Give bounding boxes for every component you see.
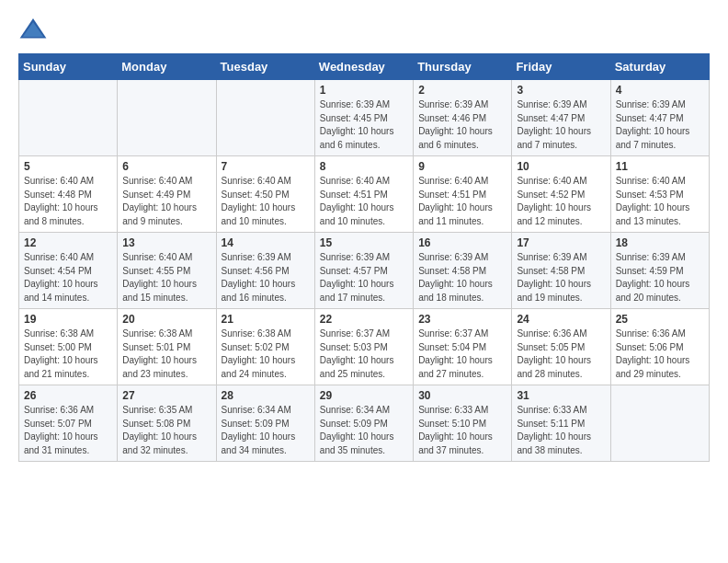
calendar-cell: 25Sunrise: 6:36 AMSunset: 5:06 PMDayligh… — [610, 309, 709, 385]
day-detail: Sunrise: 6:39 AMSunset: 4:45 PMDaylight:… — [320, 98, 409, 152]
day-detail: Sunrise: 6:38 AMSunset: 5:01 PMDaylight:… — [122, 327, 211, 381]
day-number: 29 — [320, 389, 409, 402]
calendar-cell — [118, 80, 216, 156]
calendar-cell: 28Sunrise: 6:34 AMSunset: 5:09 PMDayligh… — [216, 385, 314, 462]
day-number: 4 — [616, 84, 705, 97]
day-number: 23 — [418, 313, 507, 326]
day-detail: Sunrise: 6:38 AMSunset: 5:02 PMDaylight:… — [222, 327, 311, 381]
day-detail: Sunrise: 6:33 AMSunset: 5:11 PMDaylight:… — [517, 404, 606, 457]
day-detail: Sunrise: 6:40 AMSunset: 4:51 PMDaylight:… — [418, 175, 507, 228]
calendar-cell: 17Sunrise: 6:39 AMSunset: 4:58 PMDayligh… — [512, 233, 610, 309]
weekday-header: Tuesday — [216, 54, 314, 80]
day-detail: Sunrise: 6:37 AMSunset: 5:04 PMDaylight:… — [418, 327, 507, 381]
calendar-cell: 31Sunrise: 6:33 AMSunset: 5:11 PMDayligh… — [512, 385, 610, 462]
day-number: 12 — [24, 236, 113, 249]
weekday-header: Friday — [512, 54, 610, 80]
day-number: 1 — [320, 84, 409, 97]
day-number: 6 — [122, 160, 211, 173]
calendar-cell: 14Sunrise: 6:39 AMSunset: 4:56 PMDayligh… — [216, 233, 314, 309]
calendar-cell: 12Sunrise: 6:40 AMSunset: 4:54 PMDayligh… — [19, 233, 118, 309]
day-detail: Sunrise: 6:40 AMSunset: 4:54 PMDaylight:… — [24, 251, 113, 304]
day-detail: Sunrise: 6:39 AMSunset: 4:58 PMDaylight:… — [418, 251, 507, 304]
day-number: 11 — [616, 160, 705, 173]
day-number: 13 — [122, 236, 211, 249]
day-detail: Sunrise: 6:40 AMSunset: 4:51 PMDaylight:… — [320, 175, 409, 228]
day-detail: Sunrise: 6:38 AMSunset: 5:00 PMDaylight:… — [24, 327, 113, 381]
day-detail: Sunrise: 6:40 AMSunset: 4:50 PMDaylight:… — [222, 175, 311, 228]
weekday-header: Wednesday — [314, 54, 413, 80]
calendar-cell: 10Sunrise: 6:40 AMSunset: 4:52 PMDayligh… — [512, 156, 610, 233]
weekday-header: Saturday — [610, 54, 709, 80]
day-number: 25 — [616, 313, 705, 326]
calendar-week-row: 26Sunrise: 6:36 AMSunset: 5:07 PMDayligh… — [19, 385, 710, 462]
day-number: 10 — [517, 160, 606, 173]
calendar-cell: 2Sunrise: 6:39 AMSunset: 4:46 PMDaylight… — [414, 80, 512, 156]
calendar-week-row: 12Sunrise: 6:40 AMSunset: 4:54 PMDayligh… — [19, 233, 710, 309]
day-number: 31 — [517, 389, 606, 402]
day-number: 22 — [320, 313, 409, 326]
calendar-cell: 1Sunrise: 6:39 AMSunset: 4:45 PMDaylight… — [314, 80, 413, 156]
header — [18, 15, 710, 44]
calendar-cell: 11Sunrise: 6:40 AMSunset: 4:53 PMDayligh… — [610, 156, 709, 233]
day-number: 3 — [517, 84, 606, 97]
calendar-cell: 27Sunrise: 6:35 AMSunset: 5:08 PMDayligh… — [118, 385, 216, 462]
weekday-header: Sunday — [19, 54, 118, 80]
calendar-header: SundayMondayTuesdayWednesdayThursdayFrid… — [19, 54, 710, 80]
calendar-cell — [610, 385, 709, 462]
day-detail: Sunrise: 6:36 AMSunset: 5:05 PMDaylight:… — [517, 327, 606, 381]
calendar-cell: 4Sunrise: 6:39 AMSunset: 4:47 PMDaylight… — [610, 80, 709, 156]
day-detail: Sunrise: 6:34 AMSunset: 5:09 PMDaylight:… — [222, 404, 311, 457]
day-detail: Sunrise: 6:35 AMSunset: 5:08 PMDaylight:… — [122, 404, 211, 457]
calendar-cell — [19, 80, 118, 156]
calendar-table: SundayMondayTuesdayWednesdayThursdayFrid… — [18, 53, 710, 462]
day-number: 28 — [222, 389, 311, 402]
day-number: 20 — [122, 313, 211, 326]
calendar-cell: 30Sunrise: 6:33 AMSunset: 5:10 PMDayligh… — [414, 385, 512, 462]
day-detail: Sunrise: 6:39 AMSunset: 4:56 PMDaylight:… — [222, 251, 311, 304]
calendar-cell — [216, 80, 314, 156]
day-number: 16 — [418, 236, 507, 249]
day-detail: Sunrise: 6:34 AMSunset: 5:09 PMDaylight:… — [320, 404, 409, 457]
page: SundayMondayTuesdayWednesdayThursdayFrid… — [0, 0, 728, 477]
day-number: 19 — [24, 313, 113, 326]
calendar-cell: 8Sunrise: 6:40 AMSunset: 4:51 PMDaylight… — [314, 156, 413, 233]
day-detail: Sunrise: 6:40 AMSunset: 4:52 PMDaylight:… — [517, 175, 606, 228]
day-detail: Sunrise: 6:39 AMSunset: 4:47 PMDaylight:… — [616, 98, 705, 152]
calendar-body: 1Sunrise: 6:39 AMSunset: 4:45 PMDaylight… — [19, 80, 710, 462]
day-number: 26 — [24, 389, 113, 402]
calendar-cell: 19Sunrise: 6:38 AMSunset: 5:00 PMDayligh… — [19, 309, 118, 385]
day-detail: Sunrise: 6:33 AMSunset: 5:10 PMDaylight:… — [418, 404, 507, 457]
day-detail: Sunrise: 6:39 AMSunset: 4:47 PMDaylight:… — [517, 98, 606, 152]
day-number: 15 — [320, 236, 409, 249]
day-detail: Sunrise: 6:40 AMSunset: 4:48 PMDaylight:… — [24, 175, 113, 228]
calendar-cell: 24Sunrise: 6:36 AMSunset: 5:05 PMDayligh… — [512, 309, 610, 385]
calendar-cell: 5Sunrise: 6:40 AMSunset: 4:48 PMDaylight… — [19, 156, 118, 233]
calendar-cell: 16Sunrise: 6:39 AMSunset: 4:58 PMDayligh… — [414, 233, 512, 309]
day-number: 5 — [24, 160, 113, 173]
calendar-cell: 6Sunrise: 6:40 AMSunset: 4:49 PMDaylight… — [118, 156, 216, 233]
day-number: 8 — [320, 160, 409, 173]
day-detail: Sunrise: 6:36 AMSunset: 5:06 PMDaylight:… — [616, 327, 705, 381]
day-number: 24 — [517, 313, 606, 326]
calendar-cell: 9Sunrise: 6:40 AMSunset: 4:51 PMDaylight… — [414, 156, 512, 233]
calendar-cell: 20Sunrise: 6:38 AMSunset: 5:01 PMDayligh… — [118, 309, 216, 385]
calendar-cell: 3Sunrise: 6:39 AMSunset: 4:47 PMDaylight… — [512, 80, 610, 156]
calendar-cell: 13Sunrise: 6:40 AMSunset: 4:55 PMDayligh… — [118, 233, 216, 309]
calendar-cell: 15Sunrise: 6:39 AMSunset: 4:57 PMDayligh… — [314, 233, 413, 309]
calendar-cell: 7Sunrise: 6:40 AMSunset: 4:50 PMDaylight… — [216, 156, 314, 233]
day-number: 17 — [517, 236, 606, 249]
calendar-cell: 29Sunrise: 6:34 AMSunset: 5:09 PMDayligh… — [314, 385, 413, 462]
day-detail: Sunrise: 6:37 AMSunset: 5:03 PMDaylight:… — [320, 327, 409, 381]
weekday-header: Thursday — [414, 54, 512, 80]
day-number: 21 — [222, 313, 311, 326]
calendar-week-row: 19Sunrise: 6:38 AMSunset: 5:00 PMDayligh… — [19, 309, 710, 385]
calendar-cell: 22Sunrise: 6:37 AMSunset: 5:03 PMDayligh… — [314, 309, 413, 385]
day-number: 18 — [616, 236, 705, 249]
day-number: 2 — [418, 84, 507, 97]
weekday-header: Monday — [118, 54, 216, 80]
day-detail: Sunrise: 6:39 AMSunset: 4:59 PMDaylight:… — [616, 251, 705, 304]
logo-icon — [18, 15, 48, 44]
day-detail: Sunrise: 6:40 AMSunset: 4:53 PMDaylight:… — [616, 175, 705, 228]
calendar-week-row: 5Sunrise: 6:40 AMSunset: 4:48 PMDaylight… — [19, 156, 710, 233]
calendar-cell: 18Sunrise: 6:39 AMSunset: 4:59 PMDayligh… — [610, 233, 709, 309]
